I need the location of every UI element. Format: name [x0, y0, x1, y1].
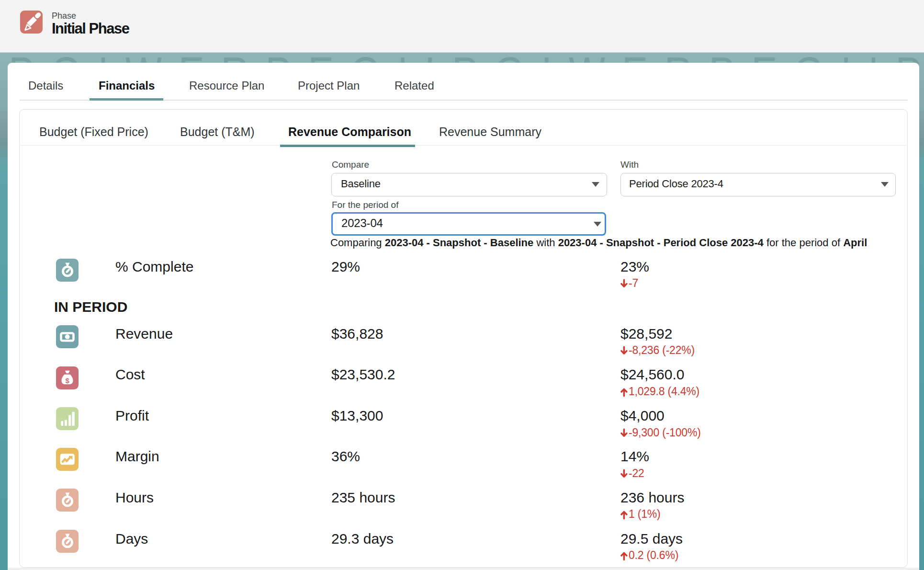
svg-text:$: $ [66, 376, 70, 385]
